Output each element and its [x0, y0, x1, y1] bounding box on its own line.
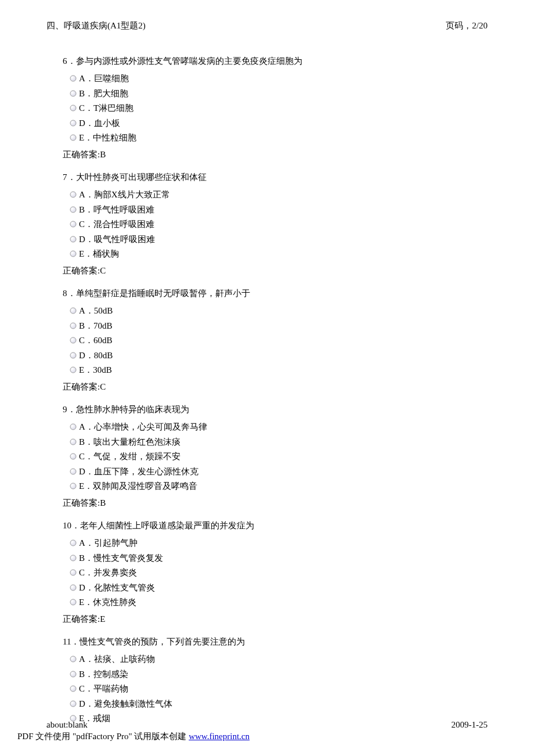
option-row[interactable]: C．平喘药物 — [70, 682, 469, 696]
option-row[interactable]: A．胸部X线片大致正常 — [70, 188, 469, 201]
option-label: B．咳出大量粉红色泡沫痰 — [79, 435, 181, 449]
radio-icon[interactable] — [70, 75, 77, 82]
radio-icon[interactable] — [70, 134, 77, 141]
radio-icon[interactable] — [70, 599, 77, 606]
svg-point-24 — [70, 599, 76, 605]
radio-icon[interactable] — [70, 352, 77, 359]
radio-icon[interactable] — [70, 555, 77, 561]
option-row[interactable]: C．气促，发绀，烦躁不安 — [70, 450, 469, 463]
option-row[interactable]: A．祛痰、止咳药物 — [70, 653, 469, 666]
option-row[interactable]: B．肥大细胞 — [70, 87, 469, 100]
option-label: B．呼气性呼吸困难 — [79, 203, 154, 217]
svg-point-4 — [70, 135, 76, 141]
svg-point-8 — [70, 236, 76, 242]
option-label: B．慢性支气管炎复发 — [79, 552, 163, 565]
option-row[interactable]: E．双肺闻及湿性啰音及哮鸣音 — [70, 480, 469, 493]
option-row[interactable]: D．80dB — [70, 349, 469, 362]
correct-answer: 正确答案:C — [63, 264, 469, 278]
svg-point-3 — [70, 120, 76, 126]
radio-icon[interactable] — [70, 584, 77, 591]
option-row[interactable]: B．呼气性呼吸困难 — [70, 203, 469, 217]
radio-icon[interactable] — [70, 120, 77, 127]
correct-answer: 正确答案:E — [63, 613, 469, 626]
option-label: C．并发鼻窦炎 — [79, 566, 137, 579]
option-row[interactable]: B．慢性支气管炎复发 — [70, 552, 469, 565]
option-label: B．肥大细胞 — [79, 87, 128, 100]
option-label: C．混合性呼吸困难 — [79, 218, 154, 231]
watermark-link[interactable]: www.fineprint.cn — [189, 732, 250, 741]
radio-icon[interactable] — [70, 468, 77, 475]
radio-icon[interactable] — [70, 206, 77, 213]
radio-icon[interactable] — [70, 453, 77, 460]
option-row[interactable]: A．引起肺气肿 — [70, 537, 469, 550]
footer-url: about:blank — [46, 720, 88, 730]
radio-icon[interactable] — [70, 337, 77, 344]
option-row[interactable]: D．血压下降，发生心源性休克 — [70, 465, 469, 478]
option-row[interactable]: D．吸气性呼吸困难 — [70, 233, 469, 246]
correct-answer: 正确答案:B — [63, 148, 469, 161]
option-row[interactable]: C．T淋巴细胞 — [70, 102, 469, 115]
option-row[interactable]: C．60dB — [70, 334, 469, 347]
radio-icon[interactable] — [70, 90, 77, 97]
option-row[interactable]: E．休克性肺炎 — [70, 596, 469, 609]
option-label: E．中性粒细胞 — [79, 131, 136, 145]
radio-icon[interactable] — [70, 366, 77, 373]
option-row[interactable]: E．戒烟 — [70, 712, 469, 725]
option-label: B．控制感染 — [79, 668, 128, 681]
radio-icon[interactable] — [70, 685, 77, 692]
radio-icon[interactable] — [70, 539, 77, 546]
option-row[interactable]: A．巨噬细胞 — [70, 72, 469, 85]
radio-icon[interactable] — [70, 671, 77, 678]
question: 11．慢性支气管炎的预防，下列首先要注意的为A．祛痰、止咳药物B．控制感染C．平… — [63, 636, 469, 725]
radio-icon[interactable] — [70, 191, 77, 198]
radio-icon[interactable] — [70, 236, 77, 243]
radio-icon[interactable] — [70, 105, 77, 111]
option-row[interactable]: E．中性粒细胞 — [70, 131, 469, 145]
svg-point-15 — [70, 424, 76, 430]
option-row[interactable]: C．并发鼻窦炎 — [70, 566, 469, 579]
option-label: E．30dB — [79, 363, 112, 377]
option-row[interactable]: B．70dB — [70, 319, 469, 333]
svg-point-19 — [70, 483, 76, 489]
svg-point-10 — [70, 308, 76, 314]
radio-icon[interactable] — [70, 307, 77, 314]
svg-point-0 — [70, 75, 76, 81]
option-label: A．胸部X线片大致正常 — [79, 188, 170, 201]
radio-icon[interactable] — [70, 250, 77, 257]
radio-icon[interactable] — [70, 700, 77, 707]
option-row[interactable]: E．桶状胸 — [70, 247, 469, 261]
svg-point-20 — [70, 540, 76, 546]
svg-point-17 — [70, 453, 76, 459]
question-stem: 9．急性肺水肿特异的临床表现为 — [63, 404, 469, 416]
radio-icon[interactable] — [70, 221, 77, 228]
radio-icon[interactable] — [70, 656, 77, 663]
svg-point-16 — [70, 439, 76, 445]
question: 8．单纯型鼾症是指睡眠时无呼吸暂停，鼾声小于A．50dBB．70dBC．60dB… — [63, 287, 469, 393]
option-row[interactable]: C．混合性呼吸困难 — [70, 218, 469, 231]
option-row[interactable]: E．30dB — [70, 363, 469, 377]
option-row[interactable]: D．血小板 — [70, 117, 469, 130]
option-row[interactable]: B．咳出大量粉红色泡沫痰 — [70, 435, 469, 449]
option-row[interactable]: A．心率增快，心尖可闻及奔马律 — [70, 420, 469, 434]
radio-icon[interactable] — [70, 483, 77, 489]
question: 9．急性肺水肿特异的临床表现为A．心率增快，心尖可闻及奔马律B．咳出大量粉红色泡… — [63, 404, 469, 509]
svg-point-9 — [70, 251, 76, 257]
option-row[interactable]: D．避免接触刺激性气体 — [70, 697, 469, 711]
correct-answer: 正确答案:B — [63, 496, 469, 510]
option-row[interactable]: B．控制感染 — [70, 668, 469, 681]
question-stem: 11．慢性支气管炎的预防，下列首先要注意的为 — [63, 636, 469, 648]
option-row[interactable]: D．化脓性支气管炎 — [70, 581, 469, 595]
option-label: E．双肺闻及湿性啰音及哮鸣音 — [79, 480, 197, 493]
option-row[interactable]: A．50dB — [70, 304, 469, 318]
option-label: D．吸气性呼吸困难 — [79, 233, 155, 246]
svg-point-27 — [70, 686, 76, 692]
radio-icon[interactable] — [70, 423, 77, 430]
radio-icon[interactable] — [70, 322, 77, 329]
option-label: A．心率增快，心尖可闻及奔马律 — [79, 420, 207, 434]
question-stem: 6．参与内源性或外源性支气管哮喘发病的主要免疫炎症细胞为 — [63, 55, 469, 67]
radio-icon[interactable] — [70, 569, 77, 576]
question: 10．老年人细菌性上呼吸道感染最严重的并发症为A．引起肺气肿B．慢性支气管炎复发… — [63, 520, 469, 625]
svg-point-21 — [70, 555, 76, 561]
radio-icon[interactable] — [70, 438, 77, 445]
page-title: 四、呼吸道疾病(A1型题2) — [46, 20, 146, 31]
